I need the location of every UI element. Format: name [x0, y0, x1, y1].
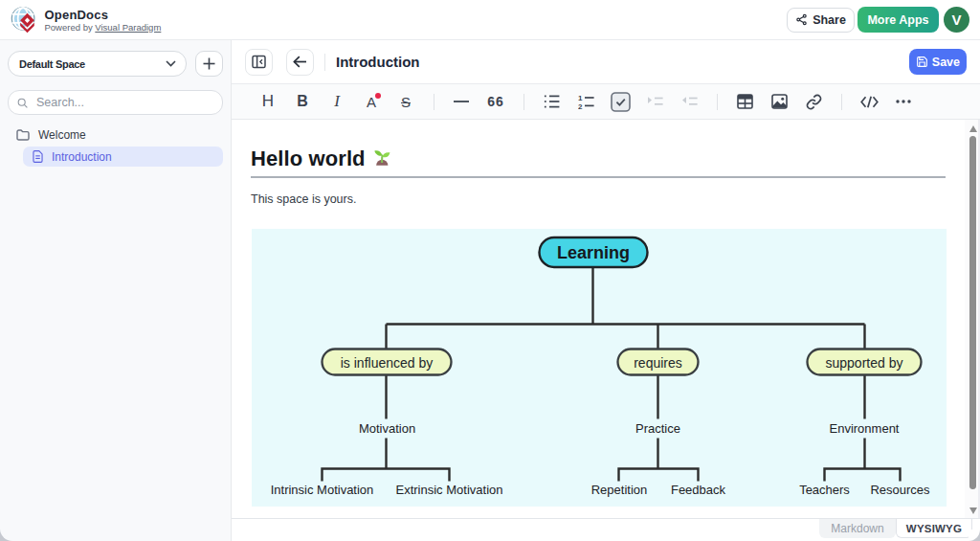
- svg-text:requires: requires: [634, 355, 682, 371]
- svg-text:Resources: Resources: [870, 483, 930, 497]
- svg-text:Learning: Learning: [557, 243, 630, 262]
- svg-text:Repetition: Repetition: [591, 483, 648, 497]
- svg-text:Teachers: Teachers: [799, 483, 850, 497]
- svg-text:2: 2: [578, 101, 583, 108]
- svg-text:Practice: Practice: [635, 421, 680, 436]
- svg-text:Environment: Environment: [830, 421, 900, 436]
- svg-text:is influenced by: is influenced by: [341, 355, 434, 371]
- svg-text:Motivation: Motivation: [359, 421, 415, 436]
- svg-text:Feedback: Feedback: [671, 483, 726, 497]
- svg-text:supported by: supported by: [826, 355, 903, 371]
- svg-text:Intrinsic Motivation: Intrinsic Motivation: [271, 483, 374, 497]
- svg-text:Extrinsic Motivation: Extrinsic Motivation: [396, 483, 503, 497]
